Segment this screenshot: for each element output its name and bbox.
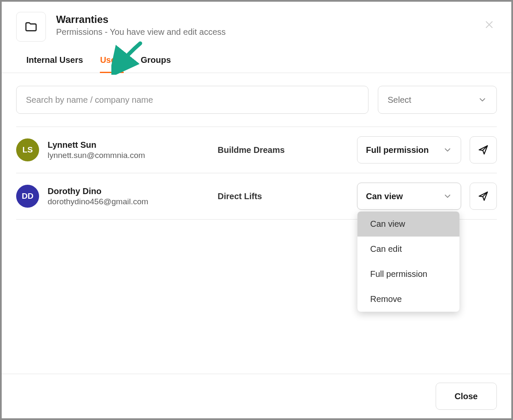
folder-icon	[24, 20, 38, 34]
tab-internal-users[interactable]: Internal Users	[26, 55, 83, 73]
send-button[interactable]	[470, 183, 497, 210]
folder-icon-box	[16, 12, 46, 42]
search-input[interactable]	[16, 86, 368, 114]
close-button[interactable]	[484, 20, 494, 30]
chevron-down-icon	[443, 192, 452, 201]
filter-select-label: Select	[388, 95, 411, 105]
avatar: DD	[16, 185, 39, 208]
chevron-down-icon	[443, 145, 452, 155]
permission-select[interactable]: Can view Can view Can edit Full permissi…	[357, 183, 461, 210]
dialog-title: Warranties	[56, 14, 226, 25]
user-name: Lynnett Sun	[48, 140, 209, 150]
user-name: Dorothy Dino	[48, 186, 209, 196]
user-email: lynnett.sun@commnia.com	[48, 151, 209, 160]
avatar: LS	[16, 138, 39, 161]
dropdown-option-can-view[interactable]: Can view	[357, 211, 459, 237]
tab-groups[interactable]: Groups	[141, 55, 171, 73]
send-icon	[478, 144, 489, 155]
tab-users[interactable]: Users	[100, 55, 124, 73]
permission-label: Full permission	[366, 145, 429, 155]
permission-label: Can view	[366, 192, 403, 201]
user-info: Dorothy Dino dorothydino456@gmail.com	[48, 186, 209, 206]
dropdown-option-can-edit[interactable]: Can edit	[357, 237, 459, 262]
permission-select[interactable]: Full permission	[357, 136, 461, 163]
tabs: Internal Users Users Groups	[2, 42, 511, 73]
dialog-header: Warranties Permissions - You have view a…	[2, 2, 511, 42]
permissions-dialog: Warranties Permissions - You have view a…	[2, 2, 511, 418]
filter-select[interactable]: Select	[378, 86, 497, 114]
send-button[interactable]	[470, 136, 497, 163]
permission-dropdown: Can view Can edit Full permission Remove	[357, 211, 459, 312]
controls-row: Select	[2, 73, 511, 114]
dialog-subtitle: Permissions - You have view and edit acc…	[56, 27, 226, 37]
user-company: Direct Lifts	[218, 192, 349, 201]
user-row: DD Dorothy Dino dorothydino456@gmail.com…	[16, 173, 497, 220]
avatar-initials: LS	[23, 145, 33, 155]
chevron-down-icon	[478, 95, 487, 104]
user-info: Lynnett Sun lynnett.sun@commnia.com	[48, 140, 209, 160]
dropdown-option-remove[interactable]: Remove	[357, 287, 459, 312]
users-list: LS Lynnett Sun lynnett.sun@commnia.com B…	[16, 127, 497, 220]
user-email: dorothydino456@gmail.com	[48, 197, 209, 206]
send-icon	[478, 191, 489, 202]
dialog-footer: Close	[2, 374, 511, 418]
user-company: Buildme Dreams	[218, 145, 349, 155]
title-block: Warranties Permissions - You have view a…	[56, 12, 226, 37]
user-row: LS Lynnett Sun lynnett.sun@commnia.com B…	[16, 127, 497, 173]
avatar-initials: DD	[22, 192, 33, 201]
close-dialog-button[interactable]: Close	[436, 383, 497, 410]
dropdown-option-full-permission[interactable]: Full permission	[357, 262, 459, 287]
